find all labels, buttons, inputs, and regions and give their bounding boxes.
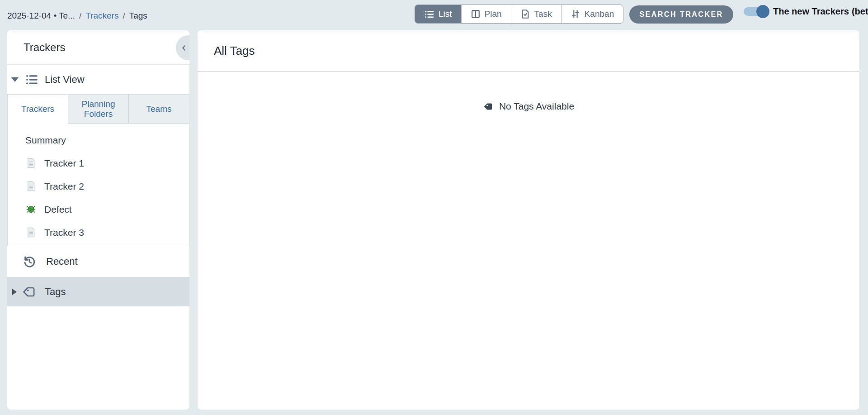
chevron-down-icon[interactable] (11, 77, 19, 82)
sidebar-header: Trackers (7, 30, 189, 65)
tracker-label: Tracker 2 (44, 181, 84, 192)
tracker-label: Tracker 3 (44, 227, 84, 238)
summary-label: Summary (25, 135, 66, 146)
sidebar-item-recent[interactable]: Recent (7, 246, 189, 277)
view-tab-label: Plan (485, 9, 502, 19)
sidebar-item-tags[interactable]: Tags (7, 277, 189, 306)
main-panel: All Tags No Tags Available (198, 30, 859, 410)
tab-trackers[interactable]: Trackers (8, 95, 68, 124)
tracker-list: Summary Tracker 1 Trac (8, 124, 189, 244)
chevron-left-icon (180, 44, 188, 52)
document-icon (25, 181, 36, 191)
tab-teams[interactable]: Teams (128, 95, 189, 124)
view-tab-label: Kanban (585, 9, 614, 19)
view-tab-kanban[interactable]: Kanban (561, 5, 623, 23)
sidebar-section-list-view[interactable]: List View (7, 65, 189, 94)
top-bar: 2025-12-04 • Te... / Trackers / Tags Lis… (0, 0, 868, 28)
list-icon (424, 9, 434, 19)
beta-toggle-group: The new Trackers (beta) (744, 6, 868, 17)
sidebar-tabs: Trackers Planning Folders Teams (8, 95, 189, 124)
tag-filled-icon (483, 101, 493, 112)
list-view-label: List View (45, 74, 85, 86)
beta-suffix-label: (beta) (852, 6, 868, 17)
sidebar-title: Trackers (24, 41, 65, 54)
history-icon (23, 255, 36, 268)
view-tab-label: List (439, 9, 452, 19)
document-icon (25, 158, 36, 168)
breadcrumb-current: Tags (129, 11, 147, 21)
sidebar-item-defect[interactable]: Defect (8, 198, 189, 221)
view-tab-plan[interactable]: Plan (462, 5, 511, 23)
view-tab-list[interactable]: List (415, 5, 462, 23)
tag-outline-icon (22, 285, 36, 299)
sidebar-item-tracker[interactable]: Tracker 2 (8, 175, 189, 198)
document-icon (25, 227, 36, 238)
page-title: All Tags (214, 44, 255, 58)
breadcrumb-trackers-link[interactable]: Trackers (85, 11, 118, 21)
breadcrumb-separator: / (123, 11, 125, 21)
main-header: All Tags (198, 30, 859, 72)
list-view-card: Trackers Planning Folders Teams Summary (7, 94, 189, 246)
chevron-right-icon[interactable] (12, 289, 17, 295)
sidebar: Trackers List View Trackers (7, 30, 189, 410)
kanban-icon (571, 9, 580, 19)
tab-label: Planning Folders (78, 99, 119, 119)
sidebar-item-tracker[interactable]: Tracker 3 (8, 221, 189, 244)
toggle-knob[interactable] (756, 5, 769, 18)
tracker-label: Defect (44, 204, 72, 215)
search-tracker-button[interactable]: SEARCH TRACKER (629, 5, 733, 24)
breadcrumb-separator: / (79, 11, 81, 21)
sidebar-collapse-button[interactable] (176, 35, 189, 60)
tracker-label: Tracker 1 (44, 158, 84, 169)
new-trackers-toggle[interactable] (744, 7, 769, 16)
tab-label: Teams (146, 104, 172, 114)
plan-icon (471, 9, 481, 19)
breadcrumb: 2025-12-04 • Te... / Trackers / Tags (7, 11, 147, 21)
sidebar-item-tracker[interactable]: Tracker 1 (8, 152, 189, 175)
empty-state: No Tags Available (198, 101, 859, 112)
tab-label: Trackers (21, 104, 54, 114)
list-view-icon (25, 73, 38, 86)
empty-state-label: No Tags Available (499, 101, 574, 112)
view-tab-task[interactable]: Task (511, 5, 561, 23)
beta-toggle-label: The new Trackers (773, 6, 849, 17)
sidebar-item-summary[interactable]: Summary (8, 129, 189, 152)
task-icon (520, 9, 530, 19)
breadcrumb-project[interactable]: 2025-12-04 • Te... (7, 11, 75, 21)
view-tab-label: Task (534, 9, 552, 19)
recent-label: Recent (46, 256, 78, 267)
tags-label: Tags (45, 286, 66, 298)
tab-planning-folders[interactable]: Planning Folders (68, 95, 128, 124)
view-switcher: List Plan Task (415, 5, 623, 24)
bug-icon (25, 205, 36, 214)
